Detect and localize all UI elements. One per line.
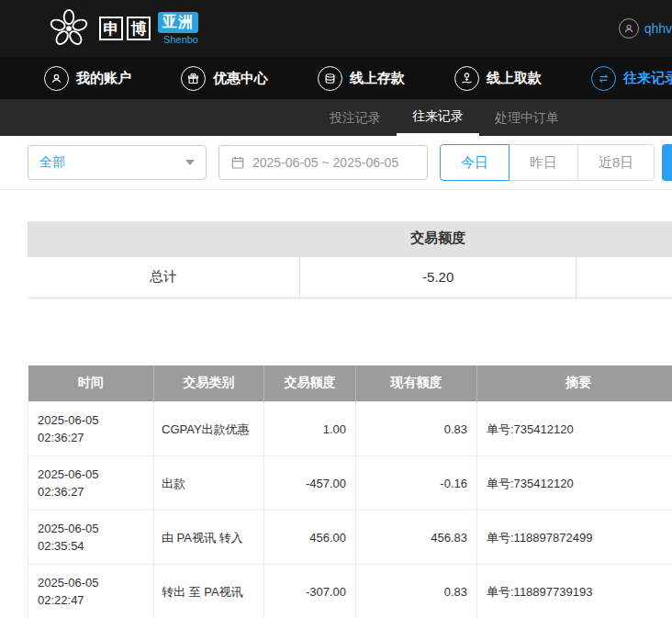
today-button[interactable]: 今日 [440,144,510,181]
tab-processing-orders[interactable]: 处理中订单 [479,99,575,136]
nav-item-label: 往来记录 [623,70,672,87]
table-cell: 0.83 [356,565,477,618]
records-table: 时间 交易类别 交易额度 现有额度 摘要 2025-06-05 02:36:27… [28,365,672,618]
type-filter-dropdown[interactable]: 全部 [28,145,207,180]
user-icon [44,66,69,91]
table-cell: 转出 至 PA视讯 [154,565,264,618]
table-cell: 1.00 [264,402,356,456]
table-cell: 2025-06-05 02:35:54 [28,511,154,565]
summary-total-label: 总计 [28,256,299,298]
nav-item-promotions[interactable]: 优惠中心 [181,66,268,91]
user-account-area[interactable]: qhhv [619,0,672,57]
nav-item-withdrawal[interactable]: 线上取款 [454,66,542,91]
summary-total-row: 总计 -5.20 [28,256,672,298]
table-cell: 单号:735412120 [477,402,672,456]
summary-header-row: 交易额度 [28,221,672,256]
logo-char-bo: 博 [127,17,151,40]
table-cell: -457.00 [264,456,356,511]
coins-icon [318,66,342,91]
type-filter-value: 全部 [39,154,65,171]
records-tab-bar: 投注记录 往来记录 处理中订单 [0,99,672,136]
table-cell: 456.00 [264,511,356,565]
table-cell: 2025-06-05 02:36:27 [28,402,154,456]
table-cell: 单号:118897739193 [477,565,672,618]
table-row: 2025-06-05 02:35:54由 PA视讯 转入456.00456.83… [28,511,672,565]
records-header-type: 交易类别 [154,365,264,402]
user-avatar-icon [619,18,639,39]
records-section: 时间 交易类别 交易额度 现有额度 摘要 2025-06-05 02:36:27… [28,365,672,618]
logo-yazhou-badge: 亚洲 [158,12,198,33]
records-header-amount: 交易额度 [264,365,356,402]
table-row: 2025-06-05 02:36:27出款-457.00-0.16单号:7354… [28,456,672,511]
table-cell: 由 PA视讯 转入 [154,511,264,565]
records-header-time: 时间 [28,365,154,402]
filter-bar: 全部 2025-06-05 ~ 2025-06-05 今日 昨日 近8日 [0,136,672,190]
table-cell: 2025-06-05 02:36:27 [28,456,154,511]
records-header-balance: 现有额度 [356,365,477,402]
calendar-icon [230,155,245,170]
table-row: 2025-06-05 02:36:27CGPAY出款优惠1.000.83单号:7… [28,402,672,456]
table-cell: 单号:118897872499 [477,511,672,565]
table-cell: 0.83 [356,402,477,456]
chevron-down-icon [185,160,195,165]
table-cell: 单号:735412120 [477,456,672,511]
yesterday-button[interactable]: 昨日 [509,144,578,181]
nav-item-label: 线上取款 [487,70,542,87]
username-text: qhhv [644,21,672,36]
logo-brand-text: Shenbo [163,34,198,45]
nav-item-label: 优惠中心 [213,70,268,87]
tab-betting-records[interactable]: 投注记录 [314,99,397,136]
table-row: 2025-06-05 02:22:47转出 至 PA视讯-307.000.83单… [28,565,672,618]
summary-header-blank [28,221,299,256]
table-cell: 456.83 [356,511,477,565]
date-range-input[interactable]: 2025-06-05 ~ 2025-06-05 [218,145,428,180]
table-cell: -307.00 [264,565,356,618]
top-header: 申 博 亚洲 Shenbo qhhv [0,0,672,57]
nav-item-transaction-records[interactable]: 往来记录 [591,66,672,91]
summary-section: 交易额度 总计 -5.20 [28,221,672,298]
transfer-records-icon [591,66,616,91]
records-table-body: 2025-06-05 02:36:27CGPAY出款优惠1.000.83单号:7… [28,402,672,618]
logo-char-shen: 申 [99,17,123,40]
quick-date-button-group: 今日 昨日 近8日 [440,144,655,181]
nav-item-label: 线上存款 [350,70,405,87]
records-header-row: 时间 交易类别 交易额度 现有额度 摘要 [28,365,672,402]
gift-icon [181,66,206,91]
table-cell: CGPAY出款优惠 [154,402,264,456]
tab-transaction-records[interactable]: 往来记录 [397,99,479,136]
flower-logo-icon [48,7,90,50]
table-cell: 出款 [154,456,264,511]
nav-item-my-account[interactable]: 我的账户 [44,66,131,91]
summary-header-cutoff [577,221,672,256]
last-8-days-button[interactable]: 近8日 [577,144,655,181]
date-range-value: 2025-06-05 ~ 2025-06-05 [252,155,398,170]
table-cell: 2025-06-05 02:22:47 [28,565,154,618]
brand-logo[interactable]: 申 博 亚洲 Shenbo [48,7,198,50]
nav-item-label: 我的账户 [76,70,131,87]
nav-item-deposit[interactable]: 线上存款 [318,66,405,91]
summary-table: 交易额度 总计 -5.20 [28,221,672,298]
main-navigation: 我的账户 优惠中心 线上存款 线上取款 [0,57,672,99]
summary-total-value: -5.20 [299,256,577,298]
summary-total-cutoff [577,256,672,298]
search-button[interactable] [662,144,672,181]
summary-header-amount: 交易额度 [299,221,577,256]
records-header-summary: 摘要 [477,365,672,402]
withdraw-coin-icon [454,66,479,91]
table-cell: -0.16 [356,456,477,511]
